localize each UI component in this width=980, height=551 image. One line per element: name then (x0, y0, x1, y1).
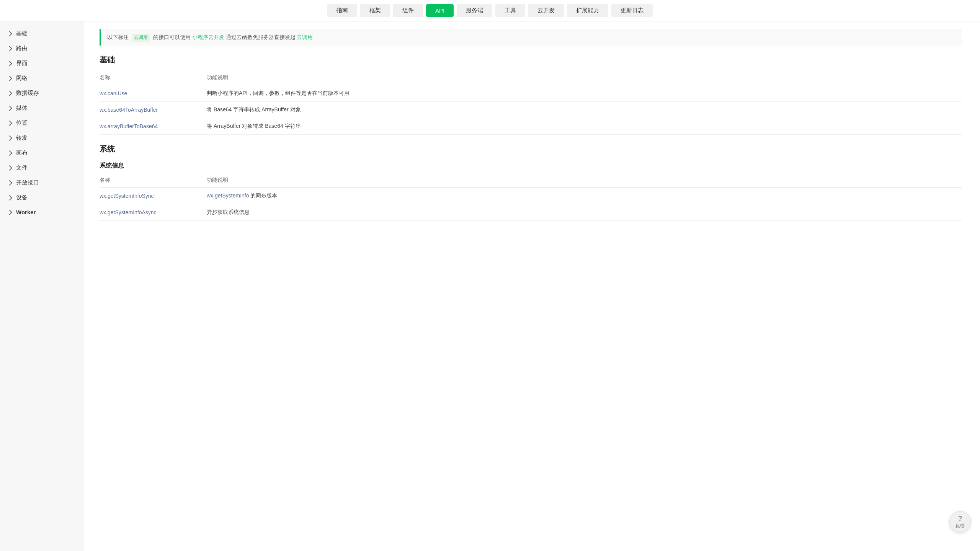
main-content: 以下标注 云调用 的接口可以使用 小程序云开发 通过云函数免服务器直接发起 云调… (84, 21, 980, 551)
chevron-icon (7, 180, 12, 185)
chevron-icon (7, 195, 12, 200)
sidebar-item-share[interactable]: 转发 (0, 130, 84, 145)
sidebar-item-label: 画布 (16, 149, 28, 156)
sidebar-item-label: 数据缓存 (16, 90, 39, 97)
system-api-table: 名称 功能说明 wx.getSystemInfoSyncwx.getSystem… (100, 174, 962, 221)
api-desc: 将 Base64 字符串转成 ArrayBuffer 对象 (207, 102, 962, 118)
feedback-label: 反馈 (956, 523, 965, 529)
sidebar: 基础路由界面网络数据缓存媒体位置转发画布文件开放接口设备Worker (0, 21, 84, 551)
api-desc: 判断小程序的API，回调，参数，组件等是否在当前版本可用 (207, 85, 962, 102)
nav-item-guide[interactable]: 指南 (327, 4, 357, 17)
cloud-call-link[interactable]: 云调用 (297, 34, 313, 40)
sidebar-item-label: 媒体 (16, 104, 28, 112)
sidebar-item-device[interactable]: 设备 (0, 190, 84, 205)
section-basic-title: 基础 (100, 55, 962, 65)
sidebar-item-label: 界面 (16, 60, 28, 67)
table-row: wx.getSystemInfoSyncwx.getSystemInfo 的同步… (100, 188, 962, 204)
miniprogram-cloud-link[interactable]: 小程序云开发 (192, 34, 224, 40)
nav-item-component[interactable]: 组件 (393, 4, 423, 17)
notice-middle: 的接口可以使用 (153, 34, 191, 40)
chevron-icon (7, 75, 12, 81)
system-table-header-row: 名称 功能说明 (100, 174, 962, 188)
chevron-icon (7, 209, 12, 215)
notice-bar: 以下标注 云调用 的接口可以使用 小程序云开发 通过云函数免服务器直接发起 云调… (100, 29, 962, 46)
system-col-name-header: 名称 (100, 174, 207, 188)
section-system-title: 系统 (100, 144, 962, 154)
notice-prefix: 以下标注 (107, 34, 129, 40)
api-desc: 异步获取系统信息 (207, 204, 962, 221)
page-layout: 基础路由界面网络数据缓存媒体位置转发画布文件开放接口设备Worker 以下标注 … (0, 21, 980, 551)
nav-item-tools[interactable]: 工具 (495, 4, 525, 17)
nav-item-changelog[interactable]: 更新日志 (611, 4, 653, 17)
basic-table-header-row: 名称 功能说明 (100, 71, 962, 85)
sidebar-item-label: 开放接口 (16, 179, 39, 186)
chevron-icon (7, 46, 12, 51)
feedback-question-mark: ? (958, 515, 962, 522)
api-desc: 将 ArrayBuffer 对象转成 Base64 字符串 (207, 118, 962, 135)
chevron-icon (7, 135, 12, 140)
table-row: wx.getSystemInfoAsync异步获取系统信息 (100, 204, 962, 221)
api-link-wx-arrayBufferToBase64[interactable]: wx.arrayBufferToBase64 (100, 123, 158, 129)
sidebar-item-label: 文件 (16, 164, 28, 171)
basic-col-desc-header: 功能说明 (207, 71, 962, 85)
top-navigation: 指南框架组件API服务端工具云开发扩展能力更新日志 (0, 0, 980, 21)
api-desc: wx.getSystemInfo 的同步版本 (207, 188, 962, 204)
sidebar-item-label: 网络 (16, 75, 28, 82)
sidebar-item-openapi[interactable]: 开放接口 (0, 175, 84, 190)
chevron-icon (7, 165, 12, 170)
sidebar-item-cache[interactable]: 数据缓存 (0, 86, 84, 101)
sidebar-item-ui[interactable]: 界面 (0, 56, 84, 71)
system-col-desc-header: 功能说明 (207, 174, 962, 188)
section-sysinfo-title: 系统信息 (100, 162, 962, 170)
nav-item-extend[interactable]: 扩展能力 (567, 4, 608, 17)
chevron-icon (7, 60, 12, 66)
sidebar-item-file[interactable]: 文件 (0, 160, 84, 175)
api-link-wx-getSystemInfoAsync[interactable]: wx.getSystemInfoAsync (100, 209, 157, 215)
chevron-icon (7, 105, 12, 111)
sidebar-item-label: 位置 (16, 119, 28, 127)
sidebar-item-canvas[interactable]: 画布 (0, 145, 84, 160)
notice-suffix: 通过云函数免服务器直接发起 (226, 34, 296, 40)
table-row: wx.base64ToArrayBuffer将 Base64 字符串转成 Arr… (100, 102, 962, 118)
sidebar-item-location[interactable]: 位置 (0, 116, 84, 130)
nav-item-cloud[interactable]: 云开发 (528, 4, 564, 17)
basic-api-table: 名称 功能说明 wx.canIUse判断小程序的API，回调，参数，组件等是否在… (100, 71, 962, 135)
basic-col-name-header: 名称 (100, 71, 207, 85)
api-link-wx-canIUse[interactable]: wx.canIUse (100, 90, 127, 96)
chevron-icon (7, 150, 12, 155)
sidebar-item-label: 基础 (16, 30, 28, 37)
nav-item-server[interactable]: 服务端 (457, 4, 492, 17)
chevron-icon (7, 31, 12, 36)
sidebar-item-media[interactable]: 媒体 (0, 101, 84, 116)
nav-item-api[interactable]: API (426, 4, 454, 17)
cloud-tag: 云调用 (132, 34, 150, 42)
desc-link[interactable]: wx.getSystemInfo (207, 192, 249, 199)
api-link-wx-getSystemInfoSync[interactable]: wx.getSystemInfoSync (100, 193, 154, 199)
sidebar-item-basic[interactable]: 基础 (0, 26, 84, 41)
table-row: wx.arrayBufferToBase64将 ArrayBuffer 对象转成… (100, 118, 962, 135)
sidebar-item-routing[interactable]: 路由 (0, 41, 84, 56)
table-row: wx.canIUse判断小程序的API，回调，参数，组件等是否在当前版本可用 (100, 85, 962, 102)
sidebar-item-network[interactable]: 网络 (0, 71, 84, 86)
sidebar-item-label: 转发 (16, 134, 28, 142)
chevron-icon (7, 90, 12, 96)
chevron-icon (7, 120, 12, 126)
api-link-wx-base64ToArrayBuffer[interactable]: wx.base64ToArrayBuffer (100, 107, 158, 113)
sidebar-item-label: Worker (16, 209, 36, 215)
sidebar-item-label: 路由 (16, 45, 28, 52)
sidebar-item-label: 设备 (16, 194, 28, 201)
sidebar-item-worker[interactable]: Worker (0, 205, 84, 219)
nav-item-framework[interactable]: 框架 (360, 4, 390, 17)
feedback-button[interactable]: ? 反馈 (949, 511, 971, 533)
